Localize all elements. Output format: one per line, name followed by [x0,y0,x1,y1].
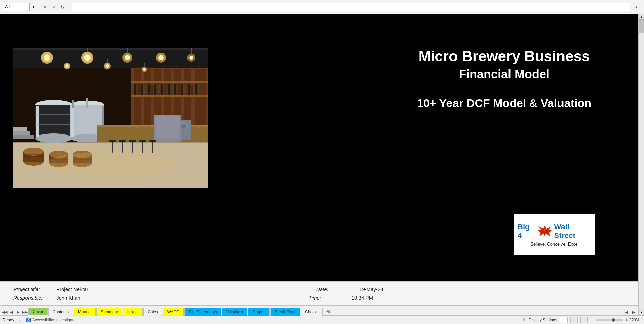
eagle-icon [537,224,553,239]
tab-contents[interactable]: Contents [48,308,73,316]
svg-rect-11 [131,95,208,97]
normal-view-btn[interactable]: ⊟ [560,317,568,323]
main-title: Micro Brewery Business [390,48,618,65]
time-label: Time: [309,295,349,301]
svg-rect-84 [122,142,123,153]
ready-status: Ready [3,318,14,322]
tab-inputs[interactable]: Inputs [123,308,143,316]
tab-manual[interactable]: Manual [74,308,96,316]
formula-input[interactable] [72,3,630,11]
svg-rect-16 [144,84,146,95]
svg-rect-77 [156,116,179,138]
project-title-value: Project Nektar [56,286,88,292]
sheet-tabs-bar: ◀◀ ◀ ▶ ▶▶ Cover Contents Manual Summary … [0,305,638,315]
svg-rect-17 [148,84,150,95]
brewery-image [13,48,208,188]
display-settings-icon: 🖥 [522,318,526,322]
svg-point-49 [65,64,69,68]
tab-nav-first[interactable]: ◀◀ [1,309,8,315]
spreadsheet-canvas: Micro Brewery Business Financial Model 1… [0,14,638,281]
tab-nav-last[interactable]: ▶▶ [21,309,28,315]
svg-rect-86 [132,142,133,153]
svg-rect-110 [13,127,27,131]
svg-point-111 [544,229,546,231]
right-scrollbar[interactable]: ▲ ▼ [638,14,644,315]
scroll-down-btn[interactable]: ▼ [639,310,644,315]
svg-rect-82 [112,142,113,153]
svg-point-40 [125,55,130,60]
logo-tagline: Believe, Conceive, Excel [530,241,578,247]
zoom-level[interactable]: 220% [629,318,641,322]
cell-ref-value: A1 [5,4,10,9]
formula-bar-right-icon: ▲ [631,5,641,9]
display-settings-label[interactable]: Display Settings [529,318,557,322]
logo-box: Big 4 Wall Street Believe, Conceive, Exc… [514,214,595,255]
accessibility-icon: ♿ [26,318,31,322]
tabs-right-scroll-left[interactable]: ◀ [623,309,630,315]
cell-reference-box[interactable]: A1 [3,3,30,11]
tab-fin-statements[interactable]: Fin. Statements [184,308,221,316]
date-label: Date: [316,286,357,292]
tab-summary[interactable]: Summary [96,308,122,316]
svg-rect-24 [171,84,173,95]
tab-nav-next[interactable]: ▶ [15,309,21,315]
svg-point-52 [106,64,109,68]
time-value: 10:34 PM [352,295,373,301]
svg-point-37 [84,54,91,61]
tab-nav-prev[interactable]: ◀ [8,309,15,315]
svg-rect-20 [158,84,160,95]
add-sheet-button[interactable]: ⊕ [323,307,333,315]
responsible-label: Responsible: [13,295,54,301]
metadata-section: Project title: Project Nektar Date: 19-M… [0,281,638,305]
tab-checks[interactable]: Checks [301,308,323,316]
svg-rect-21 [161,84,163,95]
sub-title: Financial Model [390,67,618,82]
zoom-out-icon[interactable]: − [590,317,593,323]
svg-point-107 [44,152,178,178]
svg-rect-29 [188,84,190,95]
logo-text-right: Wall Street [554,223,591,240]
svg-point-55 [143,68,146,71]
title-section: Micro Brewery Business Financial Model 1… [390,48,618,110]
svg-rect-109 [13,131,30,135]
cancel-icon[interactable]: ✕ [42,4,49,10]
svg-rect-25 [174,84,176,95]
tabs-right-scroll-right[interactable]: ▶ [630,309,637,315]
svg-rect-23 [168,84,170,95]
svg-rect-61 [35,105,72,138]
tab-wacc[interactable]: WACC [163,308,183,316]
tab-graphs[interactable]: Graphs [248,308,270,316]
svg-rect-15 [141,84,143,95]
scroll-up-btn[interactable]: ▲ [639,14,644,20]
accessibility-link[interactable]: ♿ Accessibility: Investigate [26,318,76,322]
svg-rect-63 [36,106,39,137]
dropdown-arrow: ▼ [32,5,35,9]
confirm-icon[interactable]: ✓ [51,4,57,10]
svg-rect-73 [86,98,88,108]
project-title-label: Project title: [13,286,54,292]
svg-rect-90 [152,142,153,153]
scroll-thumb[interactable] [639,20,644,33]
tab-calcs[interactable]: Calcs [143,308,162,316]
page-break-btn[interactable]: ⊞ [580,317,588,323]
scroll-track[interactable] [639,20,644,310]
svg-rect-2 [13,48,208,50]
title-divider [401,90,607,90]
svg-rect-81 [109,140,116,142]
svg-rect-18 [151,85,153,95]
svg-rect-83 [119,140,126,142]
cell-ref-dropdown[interactable]: ▼ [31,3,36,11]
svg-rect-27 [181,84,183,95]
tab-valuation[interactable]: Valuation [222,308,247,316]
page-layout-btn[interactable]: ⊡ [570,317,578,323]
zoom-in-icon[interactable]: + [625,317,628,323]
svg-rect-108 [13,135,34,139]
zoom-slider[interactable] [596,319,623,321]
tab-cover[interactable]: Cover [28,308,48,316]
zoom-thumb[interactable] [612,318,615,322]
svg-rect-13 [134,84,136,95]
function-icon[interactable]: fx [59,3,66,10]
tab-break-even[interactable]: Break Even [270,308,300,316]
svg-point-80 [181,124,186,129]
svg-rect-19 [154,84,156,95]
